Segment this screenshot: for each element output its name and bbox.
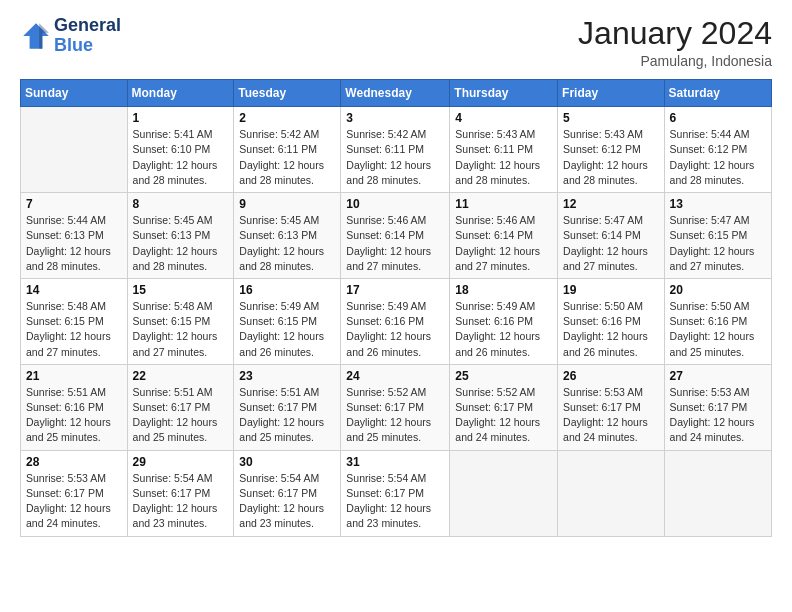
weekday-header-friday: Friday — [558, 80, 665, 107]
day-info: Sunrise: 5:54 AM Sunset: 6:17 PM Dayligh… — [133, 471, 229, 532]
day-number: 1 — [133, 111, 229, 125]
calendar-week-row: 7Sunrise: 5:44 AM Sunset: 6:13 PM Daylig… — [21, 193, 772, 279]
calendar-cell: 21Sunrise: 5:51 AM Sunset: 6:16 PM Dayli… — [21, 364, 128, 450]
day-number: 4 — [455, 111, 552, 125]
title-block: January 2024 Pamulang, Indonesia — [578, 16, 772, 69]
day-info: Sunrise: 5:51 AM Sunset: 6:17 PM Dayligh… — [239, 385, 335, 446]
day-info: Sunrise: 5:42 AM Sunset: 6:11 PM Dayligh… — [346, 127, 444, 188]
day-number: 25 — [455, 369, 552, 383]
day-number: 2 — [239, 111, 335, 125]
calendar-week-row: 21Sunrise: 5:51 AM Sunset: 6:16 PM Dayli… — [21, 364, 772, 450]
day-number: 14 — [26, 283, 122, 297]
logo-line1: General — [54, 16, 121, 36]
month-year: January 2024 — [578, 16, 772, 51]
day-info: Sunrise: 5:53 AM Sunset: 6:17 PM Dayligh… — [563, 385, 659, 446]
calendar-cell: 16Sunrise: 5:49 AM Sunset: 6:15 PM Dayli… — [234, 278, 341, 364]
day-info: Sunrise: 5:49 AM Sunset: 6:16 PM Dayligh… — [346, 299, 444, 360]
calendar-cell: 30Sunrise: 5:54 AM Sunset: 6:17 PM Dayli… — [234, 450, 341, 536]
weekday-header-sunday: Sunday — [21, 80, 128, 107]
day-number: 18 — [455, 283, 552, 297]
day-info: Sunrise: 5:48 AM Sunset: 6:15 PM Dayligh… — [133, 299, 229, 360]
day-info: Sunrise: 5:53 AM Sunset: 6:17 PM Dayligh… — [26, 471, 122, 532]
calendar-cell: 20Sunrise: 5:50 AM Sunset: 6:16 PM Dayli… — [664, 278, 771, 364]
day-info: Sunrise: 5:43 AM Sunset: 6:11 PM Dayligh… — [455, 127, 552, 188]
calendar-cell — [21, 107, 128, 193]
day-number: 19 — [563, 283, 659, 297]
calendar-cell: 6Sunrise: 5:44 AM Sunset: 6:12 PM Daylig… — [664, 107, 771, 193]
calendar-cell — [558, 450, 665, 536]
calendar-cell: 1Sunrise: 5:41 AM Sunset: 6:10 PM Daylig… — [127, 107, 234, 193]
day-number: 12 — [563, 197, 659, 211]
calendar-cell: 8Sunrise: 5:45 AM Sunset: 6:13 PM Daylig… — [127, 193, 234, 279]
day-info: Sunrise: 5:44 AM Sunset: 6:12 PM Dayligh… — [670, 127, 766, 188]
day-number: 21 — [26, 369, 122, 383]
day-number: 31 — [346, 455, 444, 469]
weekday-header-monday: Monday — [127, 80, 234, 107]
weekday-header-wednesday: Wednesday — [341, 80, 450, 107]
calendar-cell: 12Sunrise: 5:47 AM Sunset: 6:14 PM Dayli… — [558, 193, 665, 279]
day-info: Sunrise: 5:53 AM Sunset: 6:17 PM Dayligh… — [670, 385, 766, 446]
day-number: 13 — [670, 197, 766, 211]
day-info: Sunrise: 5:51 AM Sunset: 6:17 PM Dayligh… — [133, 385, 229, 446]
calendar-cell: 13Sunrise: 5:47 AM Sunset: 6:15 PM Dayli… — [664, 193, 771, 279]
day-info: Sunrise: 5:47 AM Sunset: 6:15 PM Dayligh… — [670, 213, 766, 274]
header: General Blue January 2024 Pamulang, Indo… — [20, 16, 772, 69]
calendar-cell: 23Sunrise: 5:51 AM Sunset: 6:17 PM Dayli… — [234, 364, 341, 450]
day-info: Sunrise: 5:48 AM Sunset: 6:15 PM Dayligh… — [26, 299, 122, 360]
calendar-cell: 15Sunrise: 5:48 AM Sunset: 6:15 PM Dayli… — [127, 278, 234, 364]
weekday-header-thursday: Thursday — [450, 80, 558, 107]
logo-icon — [20, 20, 52, 52]
day-number: 26 — [563, 369, 659, 383]
page: General Blue January 2024 Pamulang, Indo… — [0, 0, 792, 612]
weekday-header-saturday: Saturday — [664, 80, 771, 107]
day-info: Sunrise: 5:45 AM Sunset: 6:13 PM Dayligh… — [133, 213, 229, 274]
calendar-cell: 28Sunrise: 5:53 AM Sunset: 6:17 PM Dayli… — [21, 450, 128, 536]
logo: General Blue — [20, 16, 121, 56]
calendar-cell: 31Sunrise: 5:54 AM Sunset: 6:17 PM Dayli… — [341, 450, 450, 536]
day-number: 28 — [26, 455, 122, 469]
location: Pamulang, Indonesia — [578, 53, 772, 69]
calendar-cell — [664, 450, 771, 536]
day-number: 24 — [346, 369, 444, 383]
day-number: 5 — [563, 111, 659, 125]
day-number: 8 — [133, 197, 229, 211]
calendar-cell: 14Sunrise: 5:48 AM Sunset: 6:15 PM Dayli… — [21, 278, 128, 364]
calendar-cell: 24Sunrise: 5:52 AM Sunset: 6:17 PM Dayli… — [341, 364, 450, 450]
calendar-week-row: 1Sunrise: 5:41 AM Sunset: 6:10 PM Daylig… — [21, 107, 772, 193]
calendar-cell: 29Sunrise: 5:54 AM Sunset: 6:17 PM Dayli… — [127, 450, 234, 536]
day-info: Sunrise: 5:43 AM Sunset: 6:12 PM Dayligh… — [563, 127, 659, 188]
day-number: 30 — [239, 455, 335, 469]
calendar-cell: 22Sunrise: 5:51 AM Sunset: 6:17 PM Dayli… — [127, 364, 234, 450]
day-number: 23 — [239, 369, 335, 383]
calendar-cell: 10Sunrise: 5:46 AM Sunset: 6:14 PM Dayli… — [341, 193, 450, 279]
calendar-cell: 27Sunrise: 5:53 AM Sunset: 6:17 PM Dayli… — [664, 364, 771, 450]
day-info: Sunrise: 5:52 AM Sunset: 6:17 PM Dayligh… — [346, 385, 444, 446]
svg-marker-0 — [23, 23, 49, 49]
day-number: 15 — [133, 283, 229, 297]
calendar-cell: 2Sunrise: 5:42 AM Sunset: 6:11 PM Daylig… — [234, 107, 341, 193]
logo-text: General Blue — [54, 16, 121, 56]
day-number: 20 — [670, 283, 766, 297]
calendar-cell: 5Sunrise: 5:43 AM Sunset: 6:12 PM Daylig… — [558, 107, 665, 193]
day-info: Sunrise: 5:49 AM Sunset: 6:16 PM Dayligh… — [455, 299, 552, 360]
day-info: Sunrise: 5:50 AM Sunset: 6:16 PM Dayligh… — [563, 299, 659, 360]
calendar-cell: 11Sunrise: 5:46 AM Sunset: 6:14 PM Dayli… — [450, 193, 558, 279]
calendar-table: SundayMondayTuesdayWednesdayThursdayFrid… — [20, 79, 772, 536]
day-number: 17 — [346, 283, 444, 297]
calendar-cell: 17Sunrise: 5:49 AM Sunset: 6:16 PM Dayli… — [341, 278, 450, 364]
calendar-week-row: 14Sunrise: 5:48 AM Sunset: 6:15 PM Dayli… — [21, 278, 772, 364]
day-number: 16 — [239, 283, 335, 297]
day-number: 6 — [670, 111, 766, 125]
day-info: Sunrise: 5:47 AM Sunset: 6:14 PM Dayligh… — [563, 213, 659, 274]
day-number: 7 — [26, 197, 122, 211]
day-number: 22 — [133, 369, 229, 383]
day-number: 9 — [239, 197, 335, 211]
calendar-header-row: SundayMondayTuesdayWednesdayThursdayFrid… — [21, 80, 772, 107]
day-info: Sunrise: 5:41 AM Sunset: 6:10 PM Dayligh… — [133, 127, 229, 188]
calendar-cell: 7Sunrise: 5:44 AM Sunset: 6:13 PM Daylig… — [21, 193, 128, 279]
calendar-cell: 3Sunrise: 5:42 AM Sunset: 6:11 PM Daylig… — [341, 107, 450, 193]
day-number: 3 — [346, 111, 444, 125]
day-number: 29 — [133, 455, 229, 469]
day-info: Sunrise: 5:44 AM Sunset: 6:13 PM Dayligh… — [26, 213, 122, 274]
day-info: Sunrise: 5:45 AM Sunset: 6:13 PM Dayligh… — [239, 213, 335, 274]
